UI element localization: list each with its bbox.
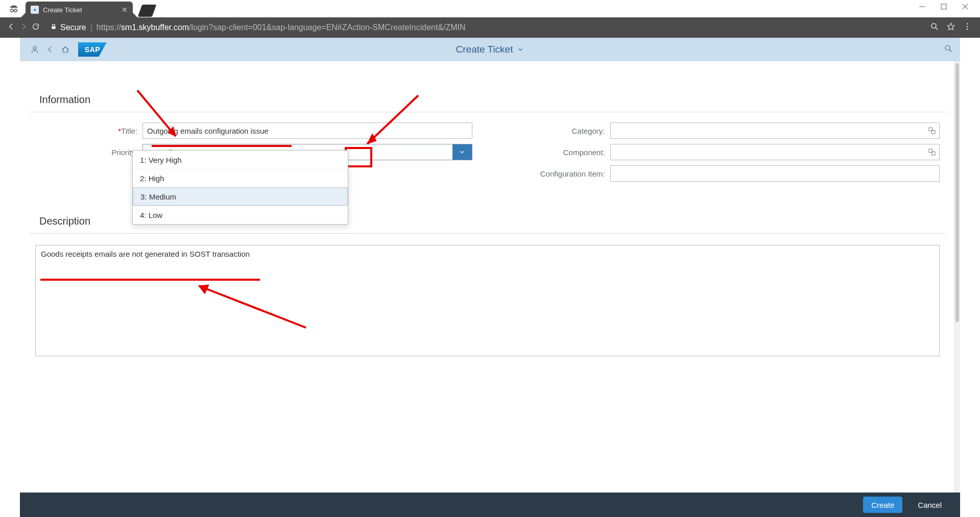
browser-toolbar: Secure | https:// sm1.skybuffer.com /log… (0, 17, 776, 38)
priority-dropdown-list: 1: Very High 2: High 3: Medium 4: Low (132, 150, 348, 225)
priority-option[interactable]: 3: Medium (133, 187, 348, 206)
category-label: Category: (503, 127, 610, 135)
nav-back-icon[interactable] (42, 45, 58, 54)
tab-favicon-icon: ✦ (31, 6, 39, 14)
tab-title: Create Ticket (43, 6, 82, 14)
incognito-icon (8, 3, 19, 16)
priority-option[interactable]: 2: High (133, 169, 348, 187)
category-input[interactable] (610, 122, 776, 139)
svg-rect-6 (52, 26, 56, 29)
section-information: Information (29, 61, 776, 112)
svg-point-1 (14, 9, 17, 12)
title-input[interactable] (142, 122, 472, 139)
svg-point-0 (11, 9, 13, 12)
nav-reload-button[interactable] (30, 22, 42, 33)
secure-label: Secure (60, 23, 86, 32)
priority-label: Priority: (35, 148, 142, 157)
priority-option[interactable]: 4: Low (133, 206, 348, 224)
address-bar[interactable]: Secure | https:// sm1.skybuffer.com /log… (47, 20, 776, 35)
url-scheme: https:// (97, 23, 121, 32)
nav-forward-button[interactable] (17, 22, 30, 33)
config-item-input[interactable] (610, 165, 776, 182)
chevron-down-icon (459, 149, 466, 156)
page-title: Create Ticket (456, 44, 513, 55)
fiori-shell-header: SAP Create Ticket (20, 38, 776, 61)
title-label: *Title: (35, 127, 142, 135)
priority-option[interactable]: 1: Very High (133, 151, 348, 169)
home-icon[interactable] (58, 45, 73, 54)
priority-dropdown-arrow[interactable] (452, 144, 472, 160)
component-label: Component: (503, 148, 610, 157)
secure-lock-icon (50, 23, 57, 32)
url-host: sm1.skybuffer.com (121, 23, 189, 32)
sap-logo: SAP (78, 42, 107, 57)
new-tab-button[interactable] (138, 5, 157, 17)
user-icon[interactable] (27, 45, 42, 54)
chevron-down-icon (517, 46, 524, 53)
url-path: /login?sap-client=001&sap-language=EN#ZA… (189, 23, 466, 32)
nav-back-button[interactable] (5, 22, 17, 33)
page-title-dropdown[interactable]: Create Ticket (456, 44, 524, 55)
config-item-label: Configuration Item: (503, 169, 610, 178)
browser-tab[interactable]: ✦ Create Ticket ✕ (26, 2, 133, 18)
tab-close-icon[interactable]: ✕ (122, 6, 128, 13)
description-textarea[interactable]: Goods receipts emails are not generated … (35, 245, 776, 356)
component-input[interactable] (610, 144, 776, 160)
svg-point-12 (33, 46, 36, 50)
